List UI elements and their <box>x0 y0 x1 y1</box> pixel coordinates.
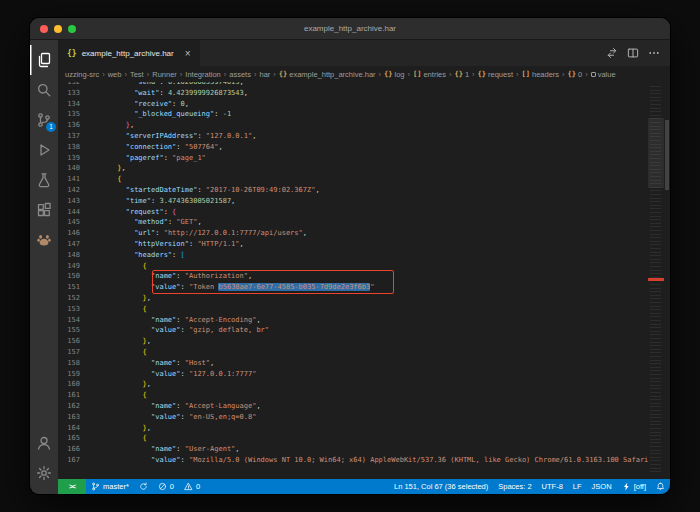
breadcrumb-item[interactable]: {}example_http_archive.har <box>279 70 376 79</box>
code-line[interactable]: 136 }, <box>58 120 648 131</box>
code-line[interactable]: 163 "value": "en-US,en;q=0.8" <box>58 412 648 423</box>
line-number[interactable]: 133 <box>58 88 92 99</box>
line-number[interactable]: 144 <box>58 207 92 218</box>
line-number[interactable]: 155 <box>58 325 92 336</box>
status-indentation[interactable]: Spaces: 2 <box>493 479 536 494</box>
code-line[interactable]: 157 { <box>58 347 648 358</box>
breadcrumb-item[interactable]: {}0 <box>568 70 583 79</box>
breadcrumb-item[interactable]: []entries <box>413 70 446 79</box>
code-text[interactable]: "name": "Accept-Encoding", <box>92 315 261 326</box>
line-number[interactable]: 156 <box>58 336 92 347</box>
code-line[interactable]: 133 "wait": 4.4239999926873543, <box>58 88 648 99</box>
code-text[interactable]: "name": "Accept-Language", <box>92 401 261 412</box>
code-text[interactable]: { <box>92 390 147 401</box>
code-line[interactable]: 145 "method": "GET", <box>58 217 648 228</box>
code-line[interactable]: 161 { <box>58 390 648 401</box>
line-number[interactable]: 163 <box>58 412 92 423</box>
code-line[interactable]: 149 { <box>58 261 648 272</box>
code-text[interactable]: }, <box>92 379 151 390</box>
code-text[interactable]: "name": "Authorization", <box>92 271 252 282</box>
breadcrumb-item[interactable]: []headers <box>522 70 560 79</box>
activity-explorer[interactable] <box>30 45 58 75</box>
code-text[interactable]: "name": "User-Agent", <box>92 444 240 455</box>
code-text[interactable]: { <box>92 304 147 315</box>
code-line[interactable]: 146 "url": "http://127.0.0.1:7777/api/us… <box>58 228 648 239</box>
activity-run-debug[interactable] <box>30 135 58 165</box>
code-line[interactable]: 144 "request": { <box>58 207 648 218</box>
status-encoding[interactable]: UTF-8 <box>537 479 568 494</box>
code-text[interactable]: "_blocked_queueing": -1 <box>92 109 231 120</box>
open-changes-icon[interactable] <box>606 47 618 59</box>
code-text[interactable]: "request": { <box>92 207 176 218</box>
zoom-window-button[interactable] <box>68 25 76 33</box>
close-window-button[interactable] <box>40 25 48 33</box>
code-text[interactable]: "url": "http://127.0.0.1:7777/api/users"… <box>92 228 307 239</box>
status-eol[interactable]: LF <box>568 479 587 494</box>
code-text[interactable]: }, <box>92 423 151 434</box>
code-text[interactable]: "value": "en-US,en;q=0.8" <box>92 412 256 423</box>
breadcrumb-item[interactable]: {}1 <box>454 70 469 79</box>
breadcrumb-item[interactable]: value <box>591 70 616 79</box>
minimize-window-button[interactable] <box>54 25 62 33</box>
code-text[interactable]: }, <box>92 163 126 174</box>
breadcrumb-item[interactable]: assets <box>229 70 251 79</box>
code-text[interactable]: "name": "Host", <box>92 358 214 369</box>
code-line[interactable]: 167 "value": "Mozilla/5.0 (Windows NT 10… <box>58 455 648 466</box>
code-text[interactable]: "pageref": "page_1" <box>92 153 206 164</box>
line-number[interactable]: 141 <box>58 174 92 185</box>
status-cursor-position[interactable]: Ln 151, Col 67 (36 selected) <box>389 479 493 494</box>
code-text[interactable]: }, <box>92 336 151 347</box>
status-git-branch[interactable]: master* <box>86 479 134 494</box>
line-number[interactable]: 154 <box>58 315 92 326</box>
line-number[interactable]: 162 <box>58 401 92 412</box>
split-editor-icon[interactable] <box>627 47 639 59</box>
code-text[interactable]: "value": "Mozilla/5.0 (Windows NT 10.0; … <box>92 455 648 466</box>
breadcrumb-item[interactable]: har <box>259 70 270 79</box>
line-number[interactable]: 151 <box>58 282 92 293</box>
line-number[interactable]: 159 <box>58 369 92 380</box>
code-text[interactable]: "value": "Token b5638ae7-6e77-4585-b035-… <box>92 282 374 293</box>
breadcrumb-item[interactable]: Integration <box>185 70 220 79</box>
code-line[interactable]: 141 { <box>58 174 648 185</box>
more-actions-icon[interactable] <box>648 47 660 59</box>
line-number[interactable]: 157 <box>58 347 92 358</box>
code-line[interactable]: 158 "name": "Host", <box>58 358 648 369</box>
status-notifications[interactable] <box>651 479 670 494</box>
breadcrumb-item[interactable]: Test <box>130 70 144 79</box>
tab-example-http-archive[interactable]: {} example_http_archive.har × <box>58 40 200 66</box>
line-number[interactable]: 160 <box>58 379 92 390</box>
breadcrumb-item[interactable]: {}request <box>478 70 513 79</box>
code-area[interactable]: 132 "send": 0.102060653974013,133 "wait"… <box>58 82 648 479</box>
code-line[interactable]: 165 { <box>58 433 648 444</box>
code-line[interactable]: 138 "connection": "507764", <box>58 142 648 153</box>
code-line[interactable]: 148 "headers": [ <box>58 250 648 261</box>
minimap-slider[interactable] <box>648 118 664 188</box>
code-line[interactable]: 164 }, <box>58 423 648 434</box>
vertical-scrollbar[interactable] <box>664 82 670 479</box>
code-line[interactable]: 153 { <box>58 304 648 315</box>
code-line[interactable]: 135 "_blocked_queueing": -1 <box>58 109 648 120</box>
line-number[interactable]: 136 <box>58 120 92 131</box>
line-number[interactable]: 139 <box>58 153 92 164</box>
status-extension-toggle[interactable]: [off] <box>617 479 651 494</box>
code-text[interactable]: "startedDateTime": "2017-10-26T09:49:02.… <box>92 185 320 196</box>
code-line[interactable]: 134 "receive": 0, <box>58 99 648 110</box>
line-number[interactable]: 149 <box>58 261 92 272</box>
code-line[interactable]: 162 "name": "Accept-Language", <box>58 401 648 412</box>
activity-search[interactable] <box>30 75 58 105</box>
activity-source-control[interactable]: 1 <box>30 105 58 135</box>
line-number[interactable]: 164 <box>58 423 92 434</box>
line-number[interactable]: 165 <box>58 433 92 444</box>
line-number[interactable]: 147 <box>58 239 92 250</box>
code-text[interactable]: }, <box>92 120 134 131</box>
code-text[interactable]: { <box>92 174 122 185</box>
line-number[interactable]: 134 <box>58 99 92 110</box>
code-text[interactable]: { <box>92 433 147 444</box>
line-number[interactable]: 166 <box>58 444 92 455</box>
activity-settings[interactable] <box>30 458 58 488</box>
status-sync[interactable] <box>134 479 153 494</box>
status-language-mode[interactable]: JSON <box>587 479 617 494</box>
code-text[interactable]: "httpVersion": "HTTP/1.1", <box>92 239 244 250</box>
line-number[interactable]: 143 <box>58 196 92 207</box>
breadcrumb-item[interactable]: {}log <box>384 70 404 79</box>
